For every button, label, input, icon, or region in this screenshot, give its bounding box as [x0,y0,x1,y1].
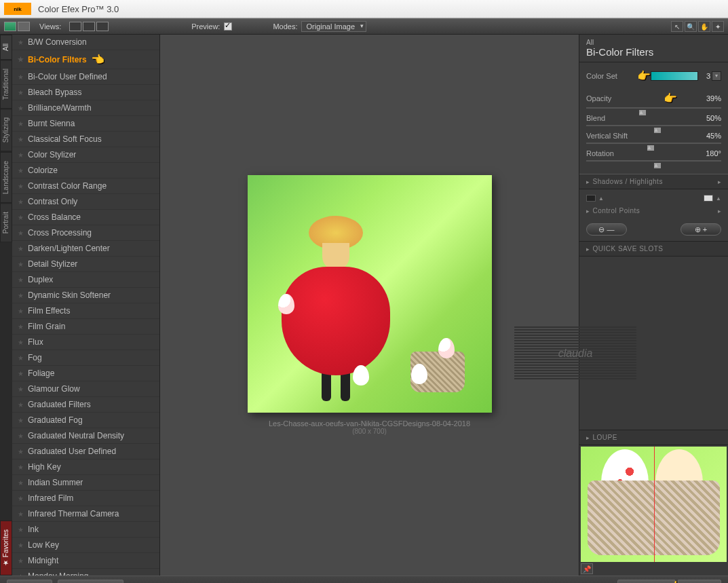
preview-image[interactable] [248,175,492,413]
vshift-slider[interactable] [586,143,721,144]
ok-button[interactable]: OK [678,580,721,583]
view-layout-side-icon[interactable] [96,22,109,31]
filter-item[interactable]: Cross Balance [12,210,159,225]
view-layout-single-icon[interactable] [69,22,81,31]
filter-item[interactable]: Burnt Sienna [12,116,159,132]
color-set-dropdown[interactable]: ▾ [712,71,721,81]
loupe-preview[interactable] [581,447,727,562]
filter-item[interactable]: Duplex [12,272,159,288]
tab-stylizing[interactable]: Stylizing [0,109,12,151]
shadows-swatch[interactable] [586,195,596,202]
filter-item[interactable]: Darken/Lighten Center [12,241,159,257]
filter-item[interactable]: Fog [12,350,159,366]
filter-item[interactable]: High Key [12,459,159,475]
filter-item[interactable]: Indian Summer [12,475,159,491]
panel-filter-name: Bi-Color Filters [586,46,721,58]
preview-label: Preview: [191,22,220,31]
rotation-label: Rotation [586,149,637,157]
egg [353,365,369,385]
blend-value: 50% [706,114,721,122]
tab-favorites[interactable]: ★ Favorites [0,521,12,576]
main-area: All Traditional Stylizing Landscape Port… [0,35,728,576]
filter-item[interactable]: Film Grain [12,319,159,335]
watermark: claudia [514,326,636,381]
control-point-remove-button[interactable]: ⊖ — [586,223,627,236]
filter-item[interactable]: Graduated User Defined [12,444,159,459]
tab-all[interactable]: All [0,35,12,60]
help-button[interactable]: HELP [7,580,52,583]
filter-item[interactable]: Brilliance/Warmth [12,100,159,116]
filter-item[interactable]: Graduated Filters [12,397,159,413]
filter-item[interactable]: Film Effects [12,303,159,319]
color-set-swatch[interactable] [651,71,698,81]
rotation-slider[interactable] [586,160,721,162]
filter-item[interactable]: Ink [12,522,159,538]
shadows-highlights-header[interactable]: Shadows / Highlights [579,174,728,189]
tab-landscape[interactable]: Landscape [0,152,12,203]
egg [438,338,455,358]
basket [588,481,720,555]
category-tabs: All Traditional Stylizing Landscape Port… [0,35,12,576]
cancel-button[interactable]: CANCEL [617,580,675,583]
pointer-icon: 👈 [91,53,104,66]
filter-item[interactable]: Monday Morning [12,569,159,576]
panel-header: All Bi-Color Filters [579,35,728,62]
filter-item[interactable]: Infrared Thermal Camera [12,506,159,522]
controls-panel: All Bi-Color Filters Color Set 👉 3 ▾ Opa… [579,35,728,576]
image-dimensions: (800 x 700) [269,428,470,435]
filter-item[interactable]: Flux [12,335,159,350]
pin-button[interactable]: 📌 [581,563,593,574]
opacity-slider[interactable] [586,107,721,109]
filter-item[interactable]: Bleach Bypass [12,85,159,100]
filter-item[interactable]: B/W Conversion [12,35,159,50]
filter-item[interactable]: Bi-Color User Defined [12,69,159,85]
image-caption: Les-Chasse-aux-oeufs-van-Nikita-CGSFDesi… [269,419,470,435]
hand-tool-icon[interactable]: ✋ [698,21,710,32]
loupe-header[interactable]: LOUPE [579,430,728,445]
egg [411,364,427,384]
view-layout-split-icon[interactable] [83,22,95,31]
filter-list[interactable]: B/W ConversionBi-Color Filters👈Bi-Color … [12,35,160,576]
filter-item[interactable]: Dynamic Skin Softener [12,288,159,303]
pointer-icon: 👉 [664,92,677,105]
filter-item[interactable]: Color Stylizer [12,147,159,163]
filter-item[interactable]: Graduated Fog [12,413,159,428]
filter-item[interactable]: Classical Soft Focus [12,132,159,147]
shadows-highlights-row: ▲ ▲ [586,195,721,202]
modes-dropdown[interactable]: Original Image [301,21,366,32]
arrow-tool-icon[interactable]: ↖ [671,21,683,32]
egg [278,294,294,314]
light-tool-icon[interactable]: ✦ [712,21,724,32]
filter-item[interactable]: Glamour Glow [12,381,159,397]
vshift-value: 45% [706,132,721,140]
param-vertical-shift: Vertical Shift 45% [586,132,721,140]
view-mode-icon-1[interactable] [4,22,16,31]
tab-traditional[interactable]: Traditional [0,60,12,109]
preview-checkbox[interactable] [224,22,232,31]
modes-label: Modes: [273,22,297,31]
filter-item[interactable]: Infrared Film [12,491,159,506]
highlights-swatch[interactable] [704,195,713,202]
blend-slider[interactable] [586,125,721,126]
param-rotation: Rotation 180° [586,149,721,157]
filter-item[interactable]: Detail Stylizer [12,257,159,272]
tab-portrait[interactable]: Portrait [0,203,12,242]
settings-button[interactable]: SETTINGS [58,580,123,583]
views-label: Views: [39,22,61,31]
param-opacity: Opacity 👉 39% [586,92,721,105]
view-mode-icon-2[interactable] [18,22,30,31]
quick-save-header[interactable]: QUICK SAVE SLOTS [579,241,728,257]
pointer-icon: 👉 [637,69,651,82]
control-point-add-button[interactable]: ⊕ + [681,223,721,236]
filter-item[interactable]: Low Key [12,538,159,553]
control-points-header[interactable]: Control Points [579,207,728,218]
filter-item[interactable]: Bi-Color Filters👈 [12,50,159,69]
filter-item[interactable]: Foliage [12,366,159,381]
filter-item[interactable]: Midnight [12,553,159,569]
filter-item[interactable]: Contrast Color Range [12,178,159,194]
zoom-tool-icon[interactable]: 🔍 [685,21,697,32]
filter-item[interactable]: Graduated Neutral Density [12,428,159,444]
filter-item[interactable]: Contrast Only [12,194,159,210]
filter-item[interactable]: Cross Processing [12,225,159,241]
filter-item[interactable]: Colorize [12,163,159,178]
